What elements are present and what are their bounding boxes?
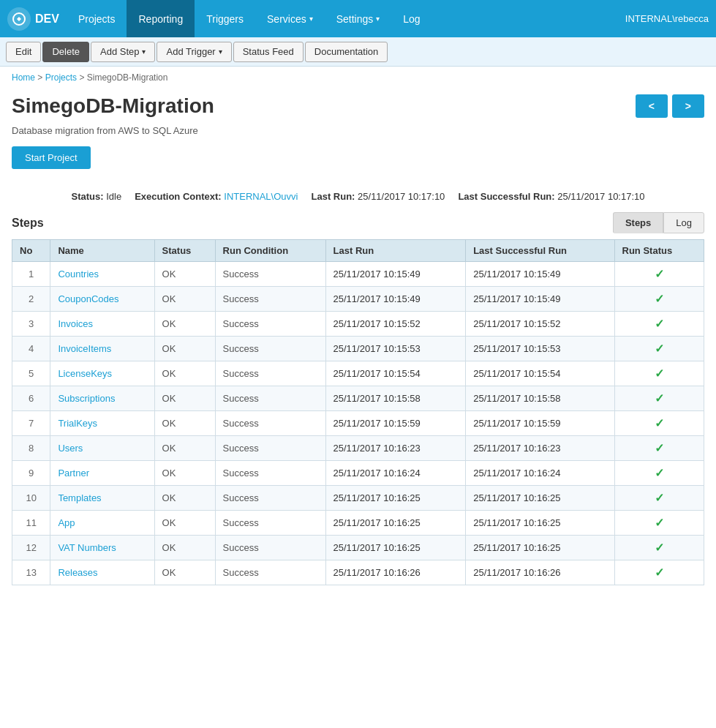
table-row[interactable]: 12 VAT Numbers OK Success 25/11/2017 10:…: [12, 536, 704, 560]
table-row[interactable]: 11 App OK Success 25/11/2017 10:16:25 25…: [12, 511, 704, 536]
table-row[interactable]: 13 Releases OK Success 25/11/2017 10:16:…: [12, 560, 704, 585]
services-caret-icon: ▾: [309, 15, 313, 23]
cell-name[interactable]: CouponCodes: [50, 287, 154, 312]
start-project-button[interactable]: Start Project: [12, 146, 91, 169]
cell-status: OK: [154, 461, 215, 486]
cell-last-successful-run: 25/11/2017 10:15:58: [466, 386, 614, 411]
cell-name[interactable]: Templates: [50, 486, 154, 511]
cell-no: 4: [12, 337, 50, 361]
cell-run-status: ✓: [614, 461, 704, 486]
cell-last-successful-run: 25/11/2017 10:15:54: [466, 361, 614, 386]
project-description: Database migration from AWS to SQL Azure: [12, 125, 704, 136]
breadcrumb: Home > Projects > SimegoDB-Migration: [0, 67, 716, 89]
status-bar: Status: Idle Execution Context: INTERNAL…: [12, 191, 704, 202]
nav-item-projects[interactable]: Projects: [67, 0, 127, 37]
tab-steps[interactable]: Steps: [613, 212, 663, 233]
cell-name[interactable]: Users: [50, 436, 154, 461]
table-row[interactable]: 3 Invoices OK Success 25/11/2017 10:15:5…: [12, 312, 704, 337]
cell-no: 10: [12, 486, 50, 511]
cell-status: OK: [154, 511, 215, 536]
documentation-button[interactable]: Documentation: [305, 42, 388, 62]
cell-name[interactable]: App: [50, 511, 154, 536]
checkmark-icon: ✓: [655, 517, 664, 529]
prev-arrow-button[interactable]: <: [636, 94, 668, 118]
cell-name[interactable]: Subscriptions: [50, 386, 154, 411]
add-trigger-button[interactable]: Add Trigger ▾: [157, 42, 231, 62]
nav-item-services[interactable]: Services ▾: [255, 0, 325, 37]
nav-item-log[interactable]: Log: [391, 0, 432, 37]
add-step-button[interactable]: Add Step ▾: [91, 42, 156, 62]
tab-log[interactable]: Log: [663, 212, 704, 233]
breadcrumb-projects[interactable]: Projects: [45, 72, 77, 83]
cell-status: OK: [154, 560, 215, 585]
cell-no: 13: [12, 560, 50, 585]
cell-run-condition: Success: [215, 337, 325, 361]
status-feed-button[interactable]: Status Feed: [233, 42, 304, 62]
table-row[interactable]: 8 Users OK Success 25/11/2017 10:16:23 2…: [12, 436, 704, 461]
cell-run-status: ✓: [614, 312, 704, 337]
cell-name[interactable]: Partner: [50, 461, 154, 486]
edit-button[interactable]: Edit: [6, 42, 41, 62]
next-arrow-button[interactable]: >: [672, 94, 704, 118]
add-step-caret-icon: ▾: [142, 48, 146, 56]
execution-context-label: Execution Context:: [135, 191, 221, 202]
cell-last-run: 25/11/2017 10:16:26: [325, 560, 466, 585]
cell-name[interactable]: Invoices: [50, 312, 154, 337]
status-value: Idle: [106, 191, 121, 202]
logo-icon: [7, 7, 31, 31]
cell-last-run: 25/11/2017 10:15:58: [325, 386, 466, 411]
status-label: Status:: [71, 191, 103, 202]
table-row[interactable]: 2 CouponCodes OK Success 25/11/2017 10:1…: [12, 287, 704, 312]
cell-status: OK: [154, 337, 215, 361]
checkmark-icon: ✓: [655, 342, 664, 355]
cell-run-status: ✓: [614, 361, 704, 386]
settings-caret-icon: ▾: [376, 15, 380, 23]
cell-last-run: 25/11/2017 10:15:54: [325, 361, 466, 386]
cell-no: 5: [12, 361, 50, 386]
cell-no: 1: [12, 262, 50, 287]
table-row[interactable]: 4 InvoiceItems OK Success 25/11/2017 10:…: [12, 337, 704, 361]
cell-run-status: ✓: [614, 560, 704, 585]
cell-last-successful-run: 25/11/2017 10:16:25: [466, 511, 614, 536]
col-header-status: Status: [154, 240, 215, 262]
cell-last-successful-run: 25/11/2017 10:15:49: [466, 287, 614, 312]
checkmark-icon: ✓: [655, 367, 664, 380]
cell-run-status: ✓: [614, 262, 704, 287]
logo[interactable]: DEV: [7, 7, 59, 31]
checkmark-icon: ✓: [655, 268, 664, 280]
cell-run-condition: Success: [215, 287, 325, 312]
cell-name[interactable]: Countries: [50, 262, 154, 287]
table-row[interactable]: 1 Countries OK Success 25/11/2017 10:15:…: [12, 262, 704, 287]
table-row[interactable]: 5 LicenseKeys OK Success 25/11/2017 10:1…: [12, 361, 704, 386]
project-header: SimegoDB-Migration < >: [12, 94, 704, 118]
col-header-run-condition: Run Condition: [215, 240, 325, 262]
table-row[interactable]: 9 Partner OK Success 25/11/2017 10:16:24…: [12, 461, 704, 486]
execution-context-value[interactable]: INTERNAL\Ouvvi: [224, 191, 298, 202]
steps-section: Steps Steps Log No Name Status Run Condi…: [12, 212, 704, 585]
table-row[interactable]: 6 Subscriptions OK Success 25/11/2017 10…: [12, 386, 704, 411]
nav-item-triggers[interactable]: Triggers: [195, 0, 255, 37]
cell-run-status: ✓: [614, 536, 704, 560]
cell-run-condition: Success: [215, 486, 325, 511]
steps-title: Steps: [12, 217, 44, 230]
table-row[interactable]: 7 TrialKeys OK Success 25/11/2017 10:15:…: [12, 411, 704, 436]
table-header-row: No Name Status Run Condition Last Run La…: [12, 240, 704, 262]
nav-item-reporting[interactable]: Reporting: [127, 0, 195, 37]
breadcrumb-home[interactable]: Home: [12, 72, 35, 83]
cell-name[interactable]: VAT Numbers: [50, 536, 154, 560]
cell-no: 9: [12, 461, 50, 486]
table-row[interactable]: 10 Templates OK Success 25/11/2017 10:16…: [12, 486, 704, 511]
cell-run-condition: Success: [215, 511, 325, 536]
nav-items: Projects Reporting Triggers Services ▾ S…: [67, 0, 432, 37]
cell-no: 3: [12, 312, 50, 337]
cell-name[interactable]: Releases: [50, 560, 154, 585]
cell-name[interactable]: TrialKeys: [50, 411, 154, 436]
col-header-run-status: Run Status: [614, 240, 704, 262]
delete-button[interactable]: Delete: [42, 42, 89, 62]
cell-last-successful-run: 25/11/2017 10:16:23: [466, 436, 614, 461]
cell-last-successful-run: 25/11/2017 10:16:24: [466, 461, 614, 486]
cell-name[interactable]: LicenseKeys: [50, 361, 154, 386]
nav-item-settings[interactable]: Settings ▾: [325, 0, 392, 37]
cell-no: 12: [12, 536, 50, 560]
cell-name[interactable]: InvoiceItems: [50, 337, 154, 361]
